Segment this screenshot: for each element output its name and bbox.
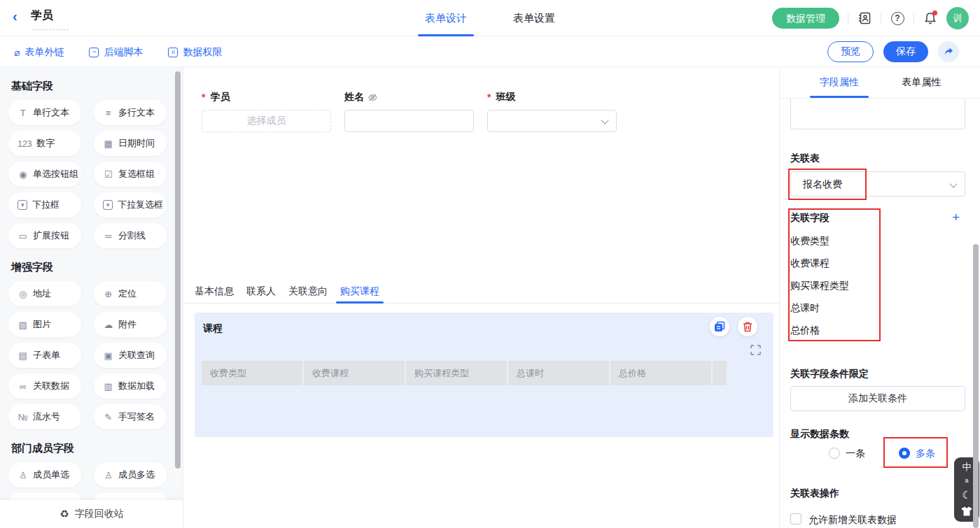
copy-icon xyxy=(714,321,725,332)
divider xyxy=(848,13,848,24)
sidebar-group-title: 部门成员字段 xyxy=(11,442,183,455)
field-type-pill[interactable]: T 单行文本 xyxy=(8,100,81,125)
field-type-pill[interactable]: ▭ 扩展按钮 xyxy=(8,223,81,248)
data-manage-button[interactable]: 数据管理 xyxy=(772,8,839,29)
image-icon: ▧ xyxy=(18,320,28,330)
related-table-label: 关联表 xyxy=(790,152,820,165)
contacts-book-icon[interactable] xyxy=(857,10,872,26)
extend-button-icon: ▭ xyxy=(18,231,28,241)
member-picker-input[interactable]: 选择成员 xyxy=(202,110,331,132)
preview-button[interactable]: 预览 xyxy=(827,41,874,62)
field-type-pill[interactable]: № 流水号 xyxy=(8,404,81,429)
field-type-pill[interactable]: ≡ 多行文本 xyxy=(94,100,167,125)
field-label: 姓名 xyxy=(344,90,474,104)
sidebar-group-basic: 基础字段 T 单行文本 ≡ 多行文本 xyxy=(0,80,183,248)
field-type-pill[interactable]: ▥ 数据加载 xyxy=(94,373,167,399)
field-type-pill[interactable]: ♙ 成员多选 xyxy=(94,462,167,487)
divider xyxy=(913,13,914,24)
language-toggle[interactable]: 中 xyxy=(962,462,972,471)
tab-form-settings[interactable]: 表单设置 xyxy=(513,0,555,36)
avatar[interactable]: 训 xyxy=(946,7,969,29)
field-type-pill[interactable]: ▾ 下拉复选框 xyxy=(94,192,167,217)
tab-contacts[interactable]: 联系人 xyxy=(246,280,276,303)
theme-shirt-icon[interactable] xyxy=(961,506,972,516)
backend-script-link[interactable]: ~ 后端脚本 xyxy=(89,46,143,59)
condition-label: 关联字段条件限定 xyxy=(790,368,869,380)
related-field-item[interactable]: 总课时 xyxy=(790,302,820,315)
tab-related-intent[interactable]: 关联意向 xyxy=(288,280,328,303)
delete-field-button[interactable] xyxy=(738,317,757,336)
tab-purchased-courses[interactable]: 购买课程 xyxy=(340,280,379,303)
radio-multiple[interactable] xyxy=(899,448,910,459)
field-name[interactable]: 姓名 xyxy=(344,90,474,132)
field-recycle-bin[interactable]: ♻ 字段回收站 xyxy=(0,500,183,528)
trash-icon xyxy=(742,321,753,332)
field-class[interactable]: 班级 xyxy=(487,90,617,132)
name-text-input[interactable] xyxy=(344,110,474,132)
title-edit-underline xyxy=(32,29,69,30)
dark-mode-icon[interactable]: ☾ xyxy=(962,490,971,500)
save-button[interactable]: 保存 xyxy=(883,41,928,62)
add-condition-button[interactable]: 添加关联条件 xyxy=(790,386,965,411)
field-label: 班级 xyxy=(487,90,617,104)
related-field-item[interactable]: 购买课程类型 xyxy=(790,280,849,292)
basic-fields-grid: T 单行文本 ≡ 多行文本 123 数字 xyxy=(0,100,183,248)
course-relation-field-panel[interactable]: 课程 xyxy=(195,313,774,437)
related-field-item[interactable]: 收费类型 xyxy=(790,235,830,248)
canvas-section-tabs: 基本信息 联系人 关联意向 购买课程 xyxy=(184,280,779,304)
scrolled-input-box[interactable] xyxy=(790,99,965,129)
related-field-item[interactable]: 收费课程 xyxy=(790,257,830,270)
field-type-pill[interactable]: ▣ 关联查询 xyxy=(94,343,167,368)
add-related-field-button[interactable]: + xyxy=(952,211,960,224)
field-type-pill[interactable]: ═ 分割线 xyxy=(94,223,167,248)
tab-form-design[interactable]: 表单设计 xyxy=(425,0,467,36)
field-type-pill[interactable]: ◎ 地址 xyxy=(8,281,81,306)
tab-basic-info[interactable]: 基本信息 xyxy=(195,280,234,303)
table-header-cell: 总价格 xyxy=(610,361,711,385)
field-type-pill[interactable]: ▾ 下拉框 xyxy=(8,192,81,217)
field-type-pill[interactable]: ✎ 手写签名 xyxy=(94,404,167,429)
sidebar-group-title: 增强字段 xyxy=(11,261,183,274)
tab-form-properties[interactable]: 表单属性 xyxy=(902,67,941,98)
field-type-pill[interactable]: ♙ 成员单选 xyxy=(8,462,81,487)
field-type-pill[interactable]: ▤ 子表单 xyxy=(8,343,81,368)
attachment-icon: ☁ xyxy=(103,320,113,330)
radio-multiple-label[interactable]: 多条 xyxy=(916,448,935,460)
back-icon[interactable]: ‹ xyxy=(13,10,25,22)
field-type-pill[interactable]: 123 数字 xyxy=(8,131,81,156)
serial-number-icon: № xyxy=(18,412,28,422)
notification-badge xyxy=(932,10,937,15)
locate-icon: ⊕ xyxy=(103,289,113,299)
form-external-link[interactable]: ⌀ 表单外链 xyxy=(14,46,64,59)
notification-bell-icon[interactable] xyxy=(923,10,938,26)
class-select[interactable] xyxy=(487,110,617,132)
sidebar-scrollbar[interactable] xyxy=(175,71,181,469)
enhanced-fields-grid: ◎ 地址 ⊕ 定位 ▧ 图片 xyxy=(0,281,183,429)
multi-dropdown-icon: ▾ xyxy=(103,200,113,210)
field-type-pill[interactable]: ☑ 复选框组 xyxy=(94,162,167,187)
field-type-pill[interactable]: ▦ 日期时间 xyxy=(94,131,167,156)
field-type-pill[interactable]: ☁ 附件 xyxy=(94,312,167,337)
related-field-item[interactable]: 总价格 xyxy=(790,324,820,337)
field-type-pill[interactable]: ▧ 图片 xyxy=(8,312,81,337)
divider-icon: ═ xyxy=(103,231,113,241)
allow-add-relation-checkbox[interactable] xyxy=(790,513,802,525)
help-icon[interactable]: ? xyxy=(890,10,905,26)
language-sub[interactable]: a xyxy=(965,478,968,484)
inspector-scrollbar[interactable] xyxy=(973,244,979,528)
sidebar-group-member: 部门成员字段 ♙ 成员单选 ♙ 成员多选 xyxy=(0,442,183,501)
field-type-pill[interactable]: ∞ 关联数据 xyxy=(8,373,81,399)
inspector-tabs: 字段属性 表单属性 xyxy=(780,67,980,99)
field-student[interactable]: 学员 选择成员 xyxy=(202,90,331,132)
field-type-pill[interactable]: ⊕ 定位 xyxy=(94,281,167,306)
field-type-pill[interactable]: ◉ 单选按钮组 xyxy=(8,162,81,187)
data-permission-link[interactable]: ıı 数据权限 xyxy=(168,46,222,59)
share-button[interactable] xyxy=(938,41,959,62)
radio-single-label[interactable]: 一条 xyxy=(846,448,865,460)
radio-single[interactable] xyxy=(829,448,840,459)
tab-field-properties[interactable]: 字段属性 xyxy=(820,67,859,98)
copy-field-button[interactable] xyxy=(710,317,729,336)
expand-corners-icon[interactable] xyxy=(750,345,761,355)
dropdown-icon: ▾ xyxy=(18,200,27,210)
related-table-select[interactable]: 报名收费 xyxy=(790,171,965,197)
